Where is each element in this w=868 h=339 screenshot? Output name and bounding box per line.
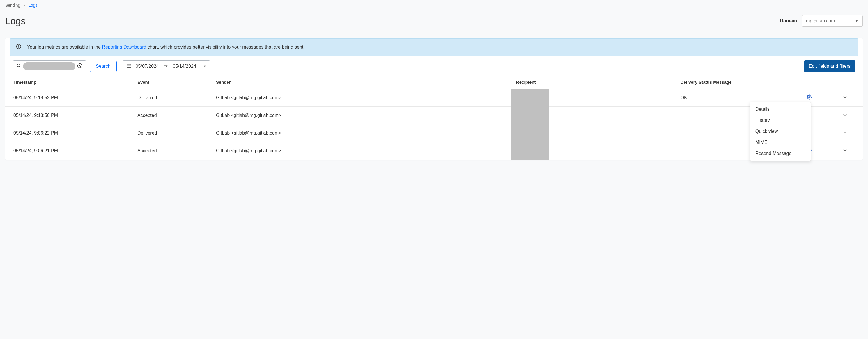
info-text: Your log metrics are available in the Re… bbox=[27, 44, 305, 50]
cell-recipient bbox=[513, 89, 677, 107]
date-from: 05/07/2024 bbox=[136, 64, 159, 69]
cell-recipient bbox=[513, 142, 677, 160]
edit-fields-button[interactable]: Edit fields and filters bbox=[804, 61, 855, 72]
row-actions-menu: DetailsHistoryQuick viewMIMEResend Messa… bbox=[750, 102, 811, 161]
info-suffix: chart, which provides better visibility … bbox=[146, 44, 305, 49]
col-event: Event bbox=[134, 76, 213, 89]
domain-value: mg.gitlab.com bbox=[806, 18, 835, 24]
menu-item-quick-view[interactable]: Quick view bbox=[750, 126, 811, 137]
cell-event: Delivered bbox=[134, 89, 213, 107]
page-title: Logs bbox=[5, 16, 25, 27]
cell-expand bbox=[827, 89, 863, 107]
cell-expand bbox=[827, 142, 863, 160]
chevron-down-icon[interactable] bbox=[842, 114, 848, 118]
date-range-picker[interactable]: 05/07/2024 05/14/2024 ▼ bbox=[123, 61, 210, 72]
logs-card: Your log metrics are available in the Re… bbox=[5, 38, 863, 160]
cell-event: Accepted bbox=[134, 142, 213, 160]
search-input[interactable] bbox=[23, 62, 75, 70]
table-row: 05/14/24, 9:18:50 PMAcceptedGitLab <gitl… bbox=[5, 107, 863, 125]
cell-sender: GitLab <gitlab@mg.gitlab.com> bbox=[213, 107, 513, 125]
cell-expand bbox=[827, 107, 863, 125]
svg-point-3 bbox=[17, 64, 20, 67]
cell-event: Delivered bbox=[134, 125, 213, 142]
cell-timestamp: 05/14/24, 9:06:22 PM bbox=[5, 125, 134, 142]
cell-timestamp: 05/14/24, 9:06:21 PM bbox=[5, 142, 134, 160]
arrow-right-icon bbox=[163, 64, 169, 69]
clear-icon[interactable] bbox=[77, 63, 82, 69]
logs-table: Timestamp Event Sender Recipient Deliver… bbox=[5, 76, 863, 160]
domain-label: Domain bbox=[780, 18, 797, 24]
cell-recipient bbox=[513, 125, 677, 142]
chevron-down-icon[interactable] bbox=[842, 149, 848, 154]
cell-sender: GitLab <gitlab@mg.gitlab.com> bbox=[213, 89, 513, 107]
col-timestamp: Timestamp bbox=[5, 76, 134, 89]
reporting-dashboard-link[interactable]: Reporting Dashboard bbox=[102, 44, 146, 49]
cell-sender: GitLab <gitlab@mg.gitlab.com> bbox=[213, 125, 513, 142]
col-delivery: Delivery Status Message bbox=[677, 76, 792, 89]
menu-item-details[interactable]: Details bbox=[750, 104, 811, 115]
domain-select[interactable]: mg.gitlab.com ▼ bbox=[802, 15, 863, 27]
col-recipient: Recipient bbox=[513, 76, 677, 89]
svg-point-2 bbox=[19, 45, 19, 46]
breadcrumb-current[interactable]: Logs bbox=[29, 3, 37, 7]
search-box[interactable] bbox=[13, 61, 86, 72]
col-sender: Sender bbox=[213, 76, 513, 89]
calendar-icon bbox=[126, 63, 131, 69]
date-to: 05/14/2024 bbox=[173, 64, 196, 69]
caret-down-icon: ▼ bbox=[203, 65, 206, 68]
breadcrumb-parent[interactable]: Sending bbox=[5, 3, 20, 7]
table-row: 05/14/24, 9:06:21 PMAcceptedGitLab <gitl… bbox=[5, 142, 863, 160]
cell-expand bbox=[827, 125, 863, 142]
info-banner: Your log metrics are available in the Re… bbox=[10, 38, 858, 56]
cell-sender: GitLab <gitlab@mg.gitlab.com> bbox=[213, 142, 513, 160]
menu-item-mime[interactable]: MIME bbox=[750, 137, 811, 148]
breadcrumb: Sending › Logs bbox=[0, 0, 868, 10]
svg-rect-8 bbox=[127, 64, 131, 68]
table-row: 05/14/24, 9:18:52 PMDeliveredGitLab <git… bbox=[5, 89, 863, 107]
svg-line-4 bbox=[20, 66, 20, 67]
menu-item-resend-message[interactable]: Resend Message bbox=[750, 148, 811, 159]
info-icon bbox=[16, 44, 21, 50]
cell-recipient bbox=[513, 107, 677, 125]
gear-icon[interactable] bbox=[807, 96, 812, 101]
chevron-right-icon: › bbox=[24, 3, 25, 7]
search-button[interactable]: Search bbox=[90, 61, 117, 72]
svg-point-13 bbox=[809, 97, 810, 98]
col-gear bbox=[791, 76, 827, 89]
chevron-down-icon[interactable] bbox=[842, 131, 848, 136]
search-icon bbox=[17, 63, 21, 69]
cell-timestamp: 05/14/24, 9:18:50 PM bbox=[5, 107, 134, 125]
col-expand bbox=[827, 76, 863, 89]
cell-event: Accepted bbox=[134, 107, 213, 125]
table-row: 05/14/24, 9:06:22 PMDeliveredGitLab <git… bbox=[5, 125, 863, 142]
chevron-down-icon[interactable] bbox=[842, 96, 848, 101]
menu-item-history[interactable]: History bbox=[750, 115, 811, 126]
info-prefix: Your log metrics are available in the bbox=[27, 44, 102, 49]
cell-timestamp: 05/14/24, 9:18:52 PM bbox=[5, 89, 134, 107]
caret-down-icon: ▼ bbox=[855, 19, 858, 23]
